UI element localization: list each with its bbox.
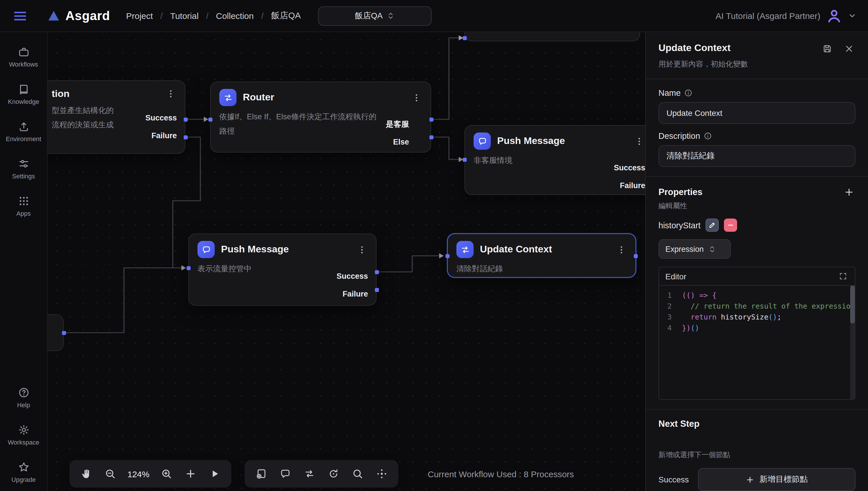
sidebar-item-label: Upgrade: [11, 476, 35, 483]
port-dot[interactable]: [375, 288, 379, 292]
loop-icon: [328, 468, 339, 480]
upgrade-star-icon: [18, 461, 30, 473]
expand-editor-button[interactable]: [838, 271, 848, 282]
hamburger-menu-button[interactable]: [11, 7, 29, 24]
node-menu-button[interactable]: [616, 243, 627, 256]
port-dot[interactable]: [429, 135, 433, 139]
port-dot[interactable]: [184, 135, 188, 139]
add-node-button[interactable]: [254, 467, 268, 481]
node-menu-button[interactable]: [410, 91, 423, 104]
topbar: Asgard Project / Tutorial / Collection /…: [0, 0, 868, 32]
port-dot[interactable]: [463, 158, 467, 162]
sidebar-item-environment[interactable]: Environment: [0, 120, 47, 142]
node-menu-button[interactable]: [633, 135, 645, 147]
add-node-icon: [255, 468, 267, 480]
loop-node-button[interactable]: [327, 467, 341, 481]
node-push-message-mid[interactable]: Push Message 表示流量控管中 Success Failure: [188, 233, 377, 306]
port-dot[interactable]: [429, 118, 433, 122]
remove-property-button[interactable]: [724, 219, 737, 232]
layout-dots-icon: [376, 468, 387, 480]
edge: [377, 256, 439, 272]
port-dot[interactable]: [445, 254, 450, 258]
panel-subtitle: 用於更新內容，初始化變數: [658, 59, 856, 69]
search-canvas-button[interactable]: [351, 467, 364, 481]
sidebar-item-help[interactable]: Help: [0, 386, 47, 408]
node-title: tion: [52, 88, 158, 99]
info-icon[interactable]: [684, 89, 692, 97]
router-node-icon: [219, 89, 237, 106]
node-fragment-bottom-left[interactable]: [48, 314, 64, 351]
sidebar-item-workspace[interactable]: Workspace: [0, 424, 47, 446]
sidebar-item-settings[interactable]: Settings: [0, 158, 47, 179]
hand-pan-icon: [80, 468, 92, 480]
node-menu-button[interactable]: [165, 88, 177, 100]
breadcrumb-tutorial[interactable]: Tutorial: [170, 11, 199, 21]
sidebar-item-knowledge[interactable]: Knowledge: [0, 83, 47, 105]
port-dot[interactable]: [62, 331, 66, 335]
settings-sliders-icon: [18, 158, 30, 170]
name-field-label: Name: [658, 88, 681, 97]
sidebar-item-label: Knowledge: [8, 98, 39, 105]
add-button[interactable]: [184, 467, 198, 481]
sidebar-item-apps[interactable]: Apps: [0, 195, 47, 217]
editor-scrollbar-thumb[interactable]: [850, 286, 855, 323]
property-type-value: Expression: [666, 244, 704, 253]
info-icon[interactable]: [704, 132, 711, 140]
pan-tool-button[interactable]: [79, 467, 93, 481]
close-panel-button[interactable]: [843, 42, 856, 55]
code-area[interactable]: 1 2 3 4 (() => { // return the result of…: [659, 286, 855, 399]
account-label: AI Tutorial (Asgard Partner): [715, 11, 820, 21]
run-workflow-button[interactable]: [208, 467, 222, 481]
node-title: Push Message: [497, 135, 627, 147]
port-dot[interactable]: [208, 118, 212, 122]
breadcrumb-current[interactable]: 飯店QA: [271, 10, 301, 21]
account-menu[interactable]: AI Tutorial (Asgard Partner): [715, 8, 857, 24]
add-property-button[interactable]: [843, 186, 856, 199]
workflow-select[interactable]: 飯店QA: [318, 6, 432, 26]
breadcrumb-collection[interactable]: Collection: [216, 11, 254, 21]
sidebar-item-workflows[interactable]: Workflows: [0, 46, 47, 68]
close-icon: [844, 44, 854, 54]
workflow-select-value: 飯店QA: [355, 10, 382, 21]
logo-triangle-icon: [47, 9, 60, 22]
editor-scrollbar[interactable]: [850, 286, 855, 399]
port-dot[interactable]: [187, 266, 191, 270]
layout-button[interactable]: [375, 467, 389, 481]
next-step-section-subtitle: 新增或選擇下一個節點: [658, 450, 856, 460]
expand-icon: [839, 272, 847, 281]
plus-icon: [185, 468, 197, 480]
workspace-gear-icon: [18, 424, 30, 436]
node-push-message-top[interactable]: Push Message 非客服情境 Success Failure: [464, 125, 645, 195]
property-type-select[interactable]: Expression: [658, 239, 731, 259]
zoom-out-button[interactable]: [103, 467, 117, 481]
edit-property-button[interactable]: [706, 219, 719, 232]
breadcrumb-project[interactable]: Project: [126, 11, 153, 21]
node-fragment-top[interactable]: [464, 32, 640, 41]
description-input[interactable]: [658, 145, 856, 167]
port-dot[interactable]: [463, 36, 467, 40]
zoom-in-button[interactable]: [160, 467, 174, 481]
name-input[interactable]: [658, 102, 856, 124]
edge-arrow-icon: [439, 253, 444, 258]
node-update-context[interactable]: Update Context 清除對話紀錄: [447, 233, 636, 278]
node-menu-button[interactable]: [356, 243, 368, 256]
port-label-failure: Failure: [151, 127, 177, 145]
sidebar-item-label: Help: [17, 402, 30, 408]
workflow-usage-status: Current Workflow Used : 8 Processors: [428, 469, 574, 479]
message-node-button[interactable]: [278, 467, 292, 481]
port-dot[interactable]: [375, 270, 379, 274]
select-updown-icon: [708, 245, 716, 253]
port-dot[interactable]: [184, 118, 188, 122]
update-context-node-icon: [456, 241, 473, 258]
sidebar-item-upgrade[interactable]: Upgrade: [0, 461, 47, 483]
port-label-else: Else: [393, 133, 409, 151]
save-button[interactable]: [821, 42, 834, 55]
add-target-node-button[interactable]: 新增目標節點: [698, 468, 856, 491]
workflow-canvas[interactable]: tion 型並產生結構化的 流程的決策或生成 Success Failure: [48, 32, 645, 491]
port-dot[interactable]: [634, 254, 638, 258]
node-router[interactable]: Router 依據If、Else If、Else條件決定工作流程執行的路徑 是客…: [210, 82, 431, 152]
port-label-success: Success: [336, 267, 368, 285]
node-clipped-left[interactable]: tion 型並產生結構化的 流程的決策或生成 Success Failure: [48, 80, 185, 154]
router-node-button[interactable]: [302, 467, 316, 481]
kebab-icon: [166, 89, 176, 99]
